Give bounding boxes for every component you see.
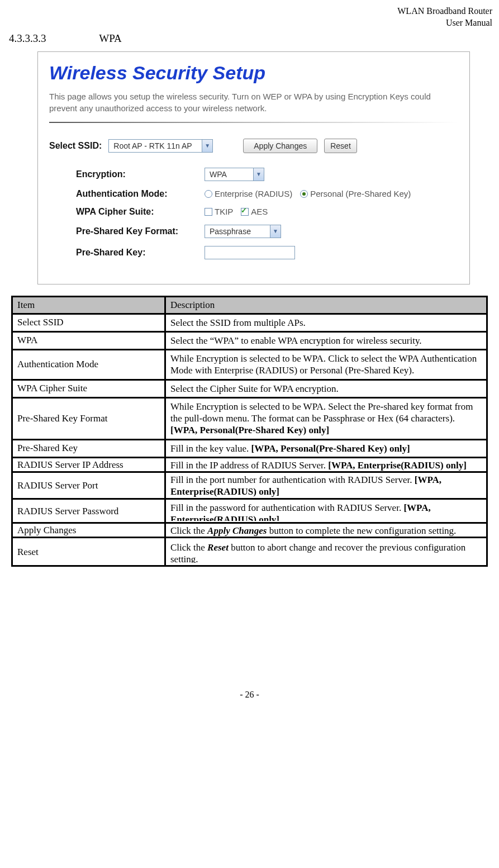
chevron-down-icon: ▼ xyxy=(202,140,212,152)
cell-item: Pre-Shared Key xyxy=(13,439,166,457)
aes-label: AES xyxy=(251,207,268,216)
cell-item: WPA xyxy=(13,331,166,349)
cell-desc: Select the “WPA” to enable WPA encryptio… xyxy=(166,331,486,349)
select-ssid-value: Root AP - RTK 11n AP xyxy=(109,141,202,150)
cell-item: Select SSID xyxy=(13,313,166,331)
header-item: Item xyxy=(13,297,166,313)
auth-radius-radio[interactable] xyxy=(205,190,212,198)
auth-personal-radio[interactable] xyxy=(300,190,308,198)
table-row: Apply Changes Click the Apply Changes bu… xyxy=(13,522,486,537)
reset-button[interactable]: Reset xyxy=(324,139,357,153)
table-row: WPA Cipher Suite Select the Cipher Suite… xyxy=(13,379,486,397)
cell-desc: Click the Reset button to abort change a… xyxy=(166,537,486,565)
tkip-checkbox[interactable] xyxy=(205,208,212,216)
auth-personal-label: Personal (Pre-Shared Key) xyxy=(310,189,411,198)
chevron-down-icon: ▼ xyxy=(270,225,281,238)
auth-mode-label: Authentication Mode: xyxy=(76,189,205,199)
cell-desc: Fill in the password for authentication … xyxy=(166,498,486,522)
page-description: This page allows you setup the wireless … xyxy=(49,91,458,114)
cell-desc: Select the SSID from multiple APs. xyxy=(166,313,486,331)
cell-item: RADIUS Server Password xyxy=(13,498,166,522)
section-number: 4.3.3.3.3 xyxy=(9,32,46,45)
header-line-1: WLAN Broadband Router xyxy=(397,6,492,16)
page-number: - 26 - xyxy=(7,690,492,700)
description-table: Item Description Select SSID Select the … xyxy=(11,296,488,567)
table-row: Pre-Shared Key Format While Encryption i… xyxy=(13,397,486,439)
table-row: RADIUS Server IP Address Fill in the IP … xyxy=(13,457,486,471)
psk-label: Pre-Shared Key: xyxy=(76,248,205,258)
table-row: Select SSID Select the SSID from multipl… xyxy=(13,313,486,331)
psk-format-label: Pre-Shared Key Format: xyxy=(76,226,205,236)
psk-format-dropdown[interactable]: Passphrase ▼ xyxy=(205,225,281,238)
cell-desc: Fill in the key value. [WPA, Personal(Pr… xyxy=(166,439,486,457)
encryption-label: Encryption: xyxy=(76,169,205,179)
header-line-2: User Manual xyxy=(446,18,492,27)
encryption-value: WPA xyxy=(205,170,253,179)
cell-desc: Select the Cipher Suite for WPA encrypti… xyxy=(166,379,486,397)
encryption-dropdown[interactable]: WPA ▼ xyxy=(205,168,264,181)
section-heading: 4.3.3.3.3 WPA xyxy=(7,32,492,45)
chevron-down-icon: ▼ xyxy=(253,168,264,181)
table-row: Authentication Mode While Encryption is … xyxy=(13,349,486,379)
cell-desc: Click the Apply Changes button to comple… xyxy=(166,522,486,537)
cell-desc: While Encryption is selected to be WPA. … xyxy=(166,349,486,379)
cipher-label: WPA Cipher Suite: xyxy=(76,207,205,217)
select-ssid-dropdown[interactable]: Root AP - RTK 11n AP ▼ xyxy=(108,139,213,153)
psk-input[interactable] xyxy=(205,246,295,259)
cell-item: RADIUS Server Port xyxy=(13,471,166,498)
table-row: RADIUS Server Password Fill in the passw… xyxy=(13,498,486,522)
aes-checkbox[interactable] xyxy=(241,208,249,216)
cell-desc: Fill in the IP address of RADIUS Server.… xyxy=(166,457,486,471)
section-title: WPA xyxy=(99,32,121,45)
embedded-screenshot: Wireless Security Setup This page allows… xyxy=(37,51,470,284)
page-title: Wireless Security Setup xyxy=(49,62,458,84)
cell-item: Pre-Shared Key Format xyxy=(13,397,166,439)
cell-desc: Fill in the port number for authenticati… xyxy=(166,471,486,498)
table-row: RADIUS Server Port Fill in the port numb… xyxy=(13,471,486,498)
cell-item: Apply Changes xyxy=(13,522,166,537)
divider xyxy=(49,122,458,123)
auth-radius-label: Enterprise (RADIUS) xyxy=(215,189,292,198)
tkip-label: TKIP xyxy=(215,207,233,216)
table-row: Reset Click the Reset button to abort ch… xyxy=(13,537,486,565)
header-description: Description xyxy=(166,297,486,313)
cell-item: WPA Cipher Suite xyxy=(13,379,166,397)
cell-item: Authentication Mode xyxy=(13,349,166,379)
select-ssid-label: Select SSID: xyxy=(49,141,102,151)
table-row: WPA Select the “WPA” to enable WPA encry… xyxy=(13,331,486,349)
apply-changes-button[interactable]: Apply Changes xyxy=(243,139,317,153)
cell-desc: While Encryption is selected to be WPA. … xyxy=(166,397,486,439)
document-header: WLAN Broadband Router User Manual xyxy=(7,6,492,29)
cell-item: RADIUS Server IP Address xyxy=(13,457,166,471)
table-row: Pre-Shared Key Fill in the key value. [W… xyxy=(13,439,486,457)
cell-item: Reset xyxy=(13,537,166,565)
psk-format-value: Passphrase xyxy=(205,227,270,236)
